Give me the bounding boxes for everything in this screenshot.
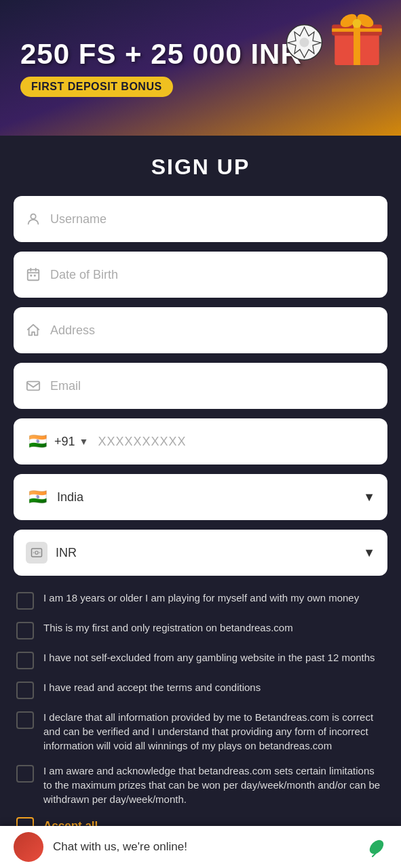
email-input[interactable]	[50, 379, 375, 393]
checkbox-item-3: I have not self-excluded from any gambli…	[16, 650, 385, 669]
banner-gifts	[326, 7, 387, 68]
svg-rect-11	[28, 270, 39, 281]
svg-point-22	[367, 837, 386, 856]
phone-country-code: +91	[54, 435, 75, 449]
currency-icon	[26, 542, 47, 564]
chat-leaf-icon	[366, 836, 387, 858]
checkbox-1[interactable]	[16, 592, 34, 610]
chat-avatar	[14, 832, 43, 862]
checkbox-6[interactable]	[16, 765, 34, 783]
address-input[interactable]	[50, 323, 375, 338]
chat-bar[interactable]: Chat with us, we're online!	[0, 826, 401, 868]
country-select[interactable]: 🇮🇳 India ▼	[14, 474, 387, 520]
page-title: SIGN UP	[14, 136, 387, 196]
dob-field-container	[14, 252, 387, 298]
soccer-ball	[286, 24, 323, 61]
checkbox-label-3: I have not self-excluded from any gambli…	[43, 650, 385, 665]
checkbox-item-2: This is my first and only registration o…	[16, 620, 385, 639]
email-field-container	[14, 363, 387, 409]
svg-rect-15	[30, 275, 32, 277]
checkbox-item-1: I am 18 years or older I am playing for …	[16, 591, 385, 610]
checkbox-item-4: I have read and accept the terms and con…	[16, 680, 385, 699]
svg-point-6	[352, 19, 361, 28]
gift-icon	[326, 7, 387, 68]
banner-subtitle: FIRST DEPOSIT BONUS	[20, 77, 173, 97]
username-input[interactable]	[50, 212, 375, 226]
email-icon	[26, 378, 41, 393]
checkboxes-section: I am 18 years or older I am playing for …	[14, 585, 387, 854]
user-icon	[26, 212, 41, 226]
phone-flag: 🇮🇳	[26, 430, 49, 453]
phone-dropdown-icon[interactable]: ▼	[79, 436, 89, 447]
svg-point-9	[300, 38, 309, 47]
phone-placeholder: XXXXXXXXXX	[98, 435, 186, 449]
svg-rect-3	[332, 28, 382, 32]
country-value: India	[57, 490, 363, 505]
address-field-container	[14, 307, 387, 353]
checkbox-2[interactable]	[16, 622, 34, 639]
phone-field-container: 🇮🇳 +91 ▼ XXXXXXXXXX	[14, 418, 387, 465]
signup-form: SIGN UP	[0, 136, 401, 868]
currency-chevron-icon: ▼	[363, 546, 375, 560]
svg-rect-17	[27, 382, 39, 391]
checkbox-5[interactable]	[16, 711, 34, 729]
checkbox-label-6: I am aware and acknowledge that betandre…	[43, 764, 385, 806]
banner: 250 FS + 25 000 INR FIRST DEPOSIT BONUS	[0, 0, 401, 136]
checkbox-item-5: I declare that all information provided …	[16, 710, 385, 753]
currency-select[interactable]: INR ▼	[14, 530, 387, 576]
chat-text: Chat with us, we're online!	[53, 840, 356, 854]
dob-input[interactable]	[50, 268, 375, 282]
checkbox-label-5: I declare that all information provided …	[43, 710, 385, 753]
checkbox-3[interactable]	[16, 652, 34, 669]
country-chevron-icon: ▼	[363, 490, 375, 505]
svg-point-10	[31, 214, 35, 219]
svg-rect-16	[34, 275, 36, 277]
country-flag: 🇮🇳	[26, 486, 49, 509]
currency-value: INR	[56, 546, 363, 560]
checkbox-label-2: This is my first and only registration o…	[43, 620, 385, 635]
checkbox-label-4: I have read and accept the terms and con…	[43, 680, 385, 694]
checkbox-item-6: I am aware and acknowledge that betandre…	[16, 764, 385, 806]
username-field-container	[14, 196, 387, 242]
checkbox-label-1: I am 18 years or older I am playing for …	[43, 591, 385, 605]
home-icon	[26, 323, 41, 338]
checkbox-4[interactable]	[16, 682, 34, 699]
calendar-icon	[26, 267, 41, 282]
svg-point-19	[35, 551, 39, 555]
